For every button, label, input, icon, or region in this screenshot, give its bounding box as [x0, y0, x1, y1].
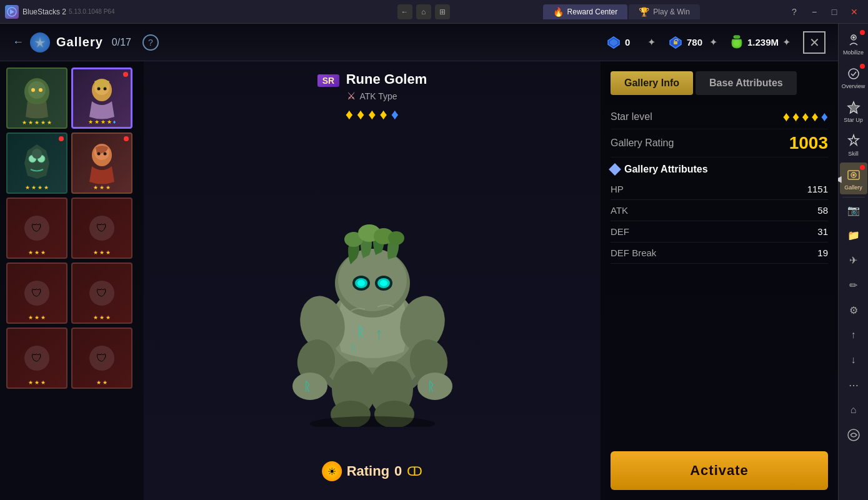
atk-label: ATK	[611, 205, 628, 216]
char-card-1-art	[7, 69, 66, 128]
overview-notification-dot	[860, 64, 865, 69]
atk-type-icon: ⚔	[347, 90, 356, 102]
star-2: ♦	[792, 109, 799, 125]
atk-attr-row: ATK 58	[611, 200, 828, 221]
overview-label: Overview	[842, 84, 866, 90]
char-card-2[interactable]: ★ ★ ★ ★ ♦	[71, 68, 132, 129]
char-card-7-stars: ★ ★ ★	[7, 314, 66, 321]
locked-gem-plus-button[interactable]: ✦	[709, 36, 717, 48]
char-card-8[interactable]: 🛡 ★ ★ ★	[71, 262, 132, 324]
mobilize-notification-dot	[860, 30, 865, 35]
reward-center-tab[interactable]: 🔥 Reward Center	[543, 4, 628, 19]
folder-button[interactable]: 📁	[844, 225, 864, 245]
char-card-6-stars: ★ ★ ★	[72, 249, 131, 256]
sidebar-overview-button[interactable]: Overview	[840, 61, 867, 94]
char-card-3-dot	[59, 136, 64, 141]
gallery-notification-dot	[860, 165, 865, 170]
gallery-attrs-header: Gallery Attributes	[611, 164, 828, 175]
sidebar-gallery-button[interactable]: ◀ Gallery	[840, 162, 867, 195]
settings-button[interactable]: ⚙	[844, 300, 864, 320]
sidebar-star-up-button[interactable]: Star Up	[840, 95, 867, 128]
char-row-5: 🛡 ★ ★ ★ 🛡 ★ ★	[6, 328, 137, 389]
golem-svg: ᚱ ᛏ ᚢ ᚱ ᚱ	[254, 202, 491, 427]
titlebar-center: 🔥 Reward Center 🏆 Play & Win	[457, 4, 786, 19]
gallery-close-button[interactable]: ✕	[803, 31, 826, 54]
currency-group: 0 ✦ 780 ✦	[606, 34, 791, 51]
info-tabs: Gallery Info Base Attributes	[611, 71, 828, 95]
minimize-button[interactable]: −	[806, 3, 823, 21]
atk-value: 58	[817, 205, 828, 216]
char-row-2: ★ ★ ★ ★	[6, 132, 137, 194]
character-list: ★ ★ ★ ★ ★	[0, 61, 144, 500]
rating-spiral-icon: ↀ	[407, 464, 422, 479]
star-up-icon	[845, 99, 862, 116]
base-attributes-tab[interactable]: Base Attributes	[696, 71, 797, 95]
gallery-attrs-diamond-icon	[609, 163, 621, 176]
sidebar-misc-buttons: 📷 📁 ✈ ✏ ⚙ ↑ ↓ ⋯ ⌂	[844, 200, 864, 445]
home-button[interactable]: ⌂	[416, 4, 431, 19]
play-win-icon: 🏆	[639, 7, 649, 17]
maximize-button[interactable]: □	[826, 3, 843, 21]
char-card-9[interactable]: 🛡 ★ ★ ★	[6, 328, 67, 389]
gallery-icon	[845, 166, 862, 184]
char-card-3-stars: ★ ★ ★ ★	[7, 184, 66, 191]
gallery-hud-icon	[30, 32, 50, 52]
star-level-stars: ♦ ♦ ♦ ♦ ♦	[783, 109, 828, 125]
char-star-3: ♦	[368, 106, 376, 123]
char-card-5[interactable]: 🛡 ★ ★ ★	[6, 198, 67, 259]
potion-value: 1.239M	[747, 37, 779, 48]
play-win-tab[interactable]: 🏆 Play & Win	[629, 4, 700, 19]
screenshot-button[interactable]: 📷	[844, 200, 864, 220]
svg-marker-11	[35, 38, 45, 48]
home-side-button[interactable]: ⌂	[844, 400, 864, 420]
arrow-down-button[interactable]: ↓	[844, 350, 864, 370]
def-value: 31	[817, 226, 828, 237]
sidebar-mobilize-button[interactable]: Mobilize	[840, 28, 867, 60]
svg-point-31	[97, 152, 101, 156]
airplane-button[interactable]: ✈	[844, 250, 864, 270]
close-button[interactable]: ✕	[846, 3, 863, 21]
gallery-info-tab[interactable]: Gallery Info	[611, 71, 693, 95]
star-4: ♦	[812, 109, 819, 125]
gem-plus-button[interactable]: ✦	[647, 36, 656, 48]
dots-button[interactable]: ⋯	[844, 375, 864, 395]
char-card-6[interactable]: 🛡 ★ ★ ★	[71, 198, 132, 259]
arrow-up-button[interactable]: ↑	[844, 325, 864, 345]
gem-currency: 0 ✦	[606, 35, 656, 50]
hp-attr-row: HP 1151	[611, 179, 828, 200]
summon-button[interactable]	[844, 425, 864, 445]
edit-button[interactable]: ✏	[844, 275, 864, 295]
char-card-4[interactable]: ★ ★ ★	[71, 132, 132, 194]
char-card-10[interactable]: 🛡 ★ ★	[71, 328, 132, 389]
gallery-rating-row: Gallery Rating 1003	[611, 129, 828, 158]
sr-badge: SR	[317, 74, 339, 87]
gallery-help-button[interactable]: ?	[142, 34, 159, 51]
char-card-8-art: 🛡	[72, 264, 131, 322]
def-break-value: 19	[817, 248, 828, 258]
back-button[interactable]: ←	[397, 4, 412, 19]
char-type: ⚔ ATK Type	[317, 90, 427, 102]
mobilize-icon	[845, 31, 862, 49]
char-card-7[interactable]: 🛡 ★ ★ ★	[6, 262, 67, 324]
char-card-1[interactable]: ★ ★ ★ ★ ★	[6, 68, 67, 129]
back-arrow-icon[interactable]: ←	[12, 36, 24, 49]
rating-badge: ☀ Rating 0 ↀ	[322, 461, 423, 481]
gallery-title-area: ← Gallery 0/17 ?	[12, 32, 159, 52]
tabs-button[interactable]: ⊞	[435, 4, 450, 19]
char-row-1: ★ ★ ★ ★ ★	[6, 68, 137, 129]
skill-icon	[845, 132, 862, 150]
char-card-3[interactable]: ★ ★ ★ ★	[6, 132, 67, 194]
potion-plus-button[interactable]: ✦	[782, 36, 791, 48]
activate-button[interactable]: Activate	[611, 451, 828, 490]
svg-text:ᚱ: ᚱ	[427, 379, 435, 393]
main-content: ★ ★ ★ ★ ★	[0, 61, 838, 500]
char-emblem-8: 🛡	[89, 281, 114, 306]
svg-point-63	[310, 416, 435, 427]
svg-point-46	[357, 280, 365, 286]
overview-icon	[845, 65, 862, 82]
gem-icon	[606, 35, 621, 50]
locked-gem-icon	[668, 35, 683, 50]
char-star-5: ♦	[391, 106, 399, 123]
sidebar-skill-button[interactable]: Skill	[840, 129, 867, 161]
help-button[interactable]: ?	[786, 3, 803, 21]
